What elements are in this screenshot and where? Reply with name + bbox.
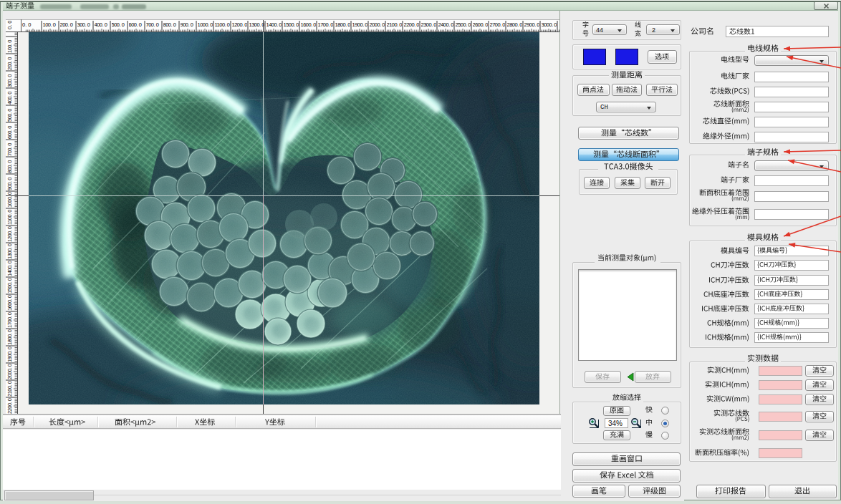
svg-text:1800. 0: 1800. 0	[6, 329, 13, 345]
svg-text:500. 0: 500. 0	[6, 109, 13, 122]
svg-text:0. 0: 0. 0	[6, 20, 13, 29]
svg-text:1700. 0: 1700. 0	[6, 312, 13, 328]
svg-text:2200. 0: 2200. 0	[6, 398, 13, 414]
svg-text:2000. 0: 2000. 0	[6, 364, 13, 379]
svg-text:100. 0: 100. 0	[6, 40, 13, 53]
svg-text:300. 0: 300. 0	[6, 74, 13, 87]
svg-text:1300. 0: 1300. 0	[6, 243, 13, 259]
svg-text:1500. 0: 1500. 0	[6, 278, 13, 294]
svg-text:400. 0: 400. 0	[6, 92, 13, 105]
svg-text:2100. 0: 2100. 0	[6, 381, 13, 397]
svg-text:1400. 0: 1400. 0	[6, 261, 13, 276]
svg-text:1900. 0: 1900. 0	[6, 346, 13, 362]
svg-text:1000. 0: 1000. 0	[6, 192, 13, 208]
svg-text:800. 0: 800. 0	[6, 160, 13, 173]
svg-text:900. 0: 900. 0	[6, 178, 13, 190]
svg-text:600. 0: 600. 0	[6, 126, 13, 139]
svg-text:1200. 0: 1200. 0	[6, 226, 13, 242]
svg-text:700. 0: 700. 0	[6, 143, 13, 156]
svg-text:1600. 0: 1600. 0	[6, 295, 13, 311]
svg-text:1100. 0: 1100. 0	[6, 210, 13, 225]
svg-text:200. 0: 200. 0	[6, 57, 13, 70]
